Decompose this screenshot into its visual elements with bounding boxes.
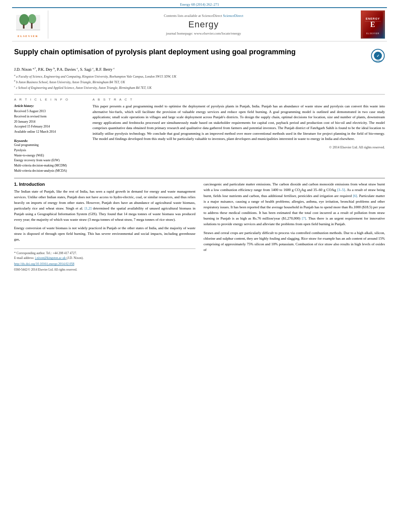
svg-text:ENERGY: ENERGY bbox=[366, 17, 380, 20]
email-link[interactable]: j.nixon@kingston.ac.uk bbox=[35, 256, 66, 260]
energy-logo-box: ENERGY E ELSEVIER bbox=[361, 10, 385, 39]
svg-point-1 bbox=[19, 14, 29, 25]
sciencedirect-link[interactable]: ScienceDirect bbox=[223, 14, 243, 18]
article-content: Supply chain optimisation of pyrolysis p… bbox=[0, 41, 399, 277]
section1-para2: Energy conversion of waste biomass is no… bbox=[14, 226, 195, 242]
journal-ref-text: Energy 68 (2014) 262–271 bbox=[180, 2, 219, 6]
article-info-col: A R T I C L E I N F O Article history: R… bbox=[14, 98, 84, 174]
svg-text:CrossMark: CrossMark bbox=[374, 60, 383, 62]
keyword-6: Multi-criteria decision-analysis (MCDA) bbox=[14, 168, 84, 174]
abstract-heading: A B S T R A C T bbox=[93, 98, 385, 101]
elsevier-logo: ELSEVIER bbox=[12, 10, 48, 39]
revised-date: 20 January 2014 bbox=[14, 119, 84, 125]
journal-reference: Energy 68 (2014) 262–271 bbox=[0, 0, 399, 7]
keyword-4: Energy recovery from waste (EfW) bbox=[14, 158, 84, 163]
divider-1 bbox=[14, 94, 385, 94]
energy-logo-right: ENERGY E ELSEVIER bbox=[359, 10, 387, 39]
doi-link[interactable]: http://dx.doi.org/10.1016/j.energy.2014.… bbox=[14, 262, 195, 266]
article-info-heading: A R T I C L E I N F O bbox=[14, 98, 84, 101]
corresponding-author: * Corresponding author. Tel.: +44 208 41… bbox=[14, 251, 195, 256]
journal-center: Contents lists available at ScienceDirec… bbox=[52, 10, 355, 39]
email-line: E-mail address: j.nixon@kingston.ac.uk (… bbox=[14, 256, 195, 261]
footnote-area: * Corresponding author. Tel.: +44 208 41… bbox=[14, 249, 195, 271]
keyword-3: Waste-to-energy (WtE) bbox=[14, 153, 84, 158]
issn-footer: 0360-5442/© 2014 Elsevier Ltd. All right… bbox=[14, 268, 195, 271]
crossmark: ✓ CrossMark bbox=[371, 49, 385, 64]
body-left-col: 1. Introduction The Indian state of Punj… bbox=[14, 182, 195, 271]
svg-text:✓: ✓ bbox=[376, 54, 380, 58]
keyword-2: Pyrolysis bbox=[14, 148, 84, 153]
body-right-col: carcinogenic and particulate matter emis… bbox=[204, 182, 385, 271]
accepted-date: Accepted 15 February 2014 bbox=[14, 124, 84, 129]
history-label: Article history: bbox=[14, 104, 84, 109]
elsevier-brand-text: ELSEVIER bbox=[18, 35, 38, 38]
keyword-5: Multi-criteria decision-making (MCDM) bbox=[14, 163, 84, 168]
received-revised-label: Received in revised form bbox=[14, 114, 84, 119]
keywords-label: Keywords: bbox=[14, 139, 84, 143]
section1-title: 1. Introduction bbox=[14, 182, 195, 187]
svg-text:ELSEVIER: ELSEVIER bbox=[366, 32, 380, 35]
available-date: Available online 12 March 2014 bbox=[14, 129, 84, 135]
journal-title: Energy bbox=[188, 19, 219, 30]
section1-right-para2: Straws and cereal crops are particularly… bbox=[204, 230, 385, 253]
journal-header: ELSEVIER Contents lists available at Sci… bbox=[12, 7, 387, 41]
article-history: Article history: Received 5 August 2013 … bbox=[14, 104, 84, 135]
abstract-text: This paper presents a goal programming m… bbox=[93, 104, 385, 142]
svg-rect-4 bbox=[31, 23, 33, 29]
copyright-line: © 2014 Elsevier Ltd. All rights reserved… bbox=[93, 145, 385, 149]
article-title: Supply chain optimisation of pyrolysis p… bbox=[14, 47, 365, 57]
divider-2 bbox=[14, 178, 385, 179]
section1-para1: The Indian state of Punjab, like the res… bbox=[14, 189, 195, 223]
abstract-col: A B S T R A C T This paper presents a go… bbox=[93, 98, 385, 174]
section1-right-para1: carcinogenic and particulate matter emis… bbox=[204, 182, 385, 227]
journal-homepage: journal homepage: www.elsevier.com/locat… bbox=[166, 31, 241, 35]
svg-rect-3 bbox=[23, 25, 25, 29]
sciencedirect-text: Contents lists available at ScienceDirec… bbox=[164, 14, 243, 18]
article-title-section: Supply chain optimisation of pyrolysis p… bbox=[14, 47, 385, 64]
body-section: 1. Introduction The Indian state of Punj… bbox=[14, 182, 385, 271]
authors: J.D. Nixon a,*, P.K. Dey b, P.A. Davies … bbox=[14, 67, 385, 72]
svg-text:E: E bbox=[370, 21, 375, 29]
article-info-abstract: A R T I C L E I N F O Article history: R… bbox=[14, 98, 385, 174]
svg-point-2 bbox=[28, 14, 36, 24]
received-date: Received 5 August 2013 bbox=[14, 109, 84, 114]
affiliations: a a Faculty of Science, Engineering and … bbox=[14, 74, 385, 90]
keyword-1: Goal programming bbox=[14, 143, 84, 148]
